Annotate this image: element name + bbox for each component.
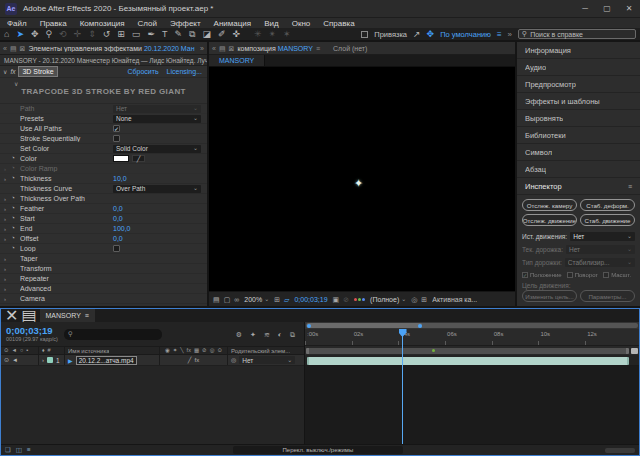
target-icon[interactable]: ◎ — [411, 296, 417, 303]
comp-marker-bin-icon[interactable] — [631, 348, 638, 354]
sidebar-panel-tab[interactable]: Предпросмотр — [517, 76, 640, 93]
effect-param-row[interactable]: › ◔ Stroke Sequentially ⌄ ╱ — [0, 134, 207, 144]
toolbar-overflow-icon[interactable]: » — [508, 30, 512, 39]
composition-mini-flowchart-icon[interactable]: ⚙ — [236, 331, 242, 338]
stopwatch-icon[interactable]: ◔ — [11, 245, 20, 252]
menu-item[interactable]: Правка — [40, 19, 67, 28]
dolly-camera-tool-icon[interactable]: ⇕ — [88, 30, 96, 39]
navigator-start-handle[interactable] — [307, 324, 311, 328]
composition-viewport[interactable]: ✦ — [209, 67, 515, 291]
home-tool-icon[interactable]: ⌂ — [4, 30, 9, 39]
main-viewer-icon[interactable]: ▢ — [224, 296, 231, 303]
puppet-pin-tool-icon[interactable]: ✜ — [232, 30, 240, 39]
layer-name-field[interactable]: 20.12.2...атча.mp4 — [76, 356, 137, 365]
effect-param-row[interactable]: › ◔ Color Ramp ⌄ ╱ — [0, 164, 207, 174]
menu-item[interactable]: Файл — [7, 19, 27, 28]
sidebar-panel-tab[interactable]: Эффекты и шаблоны — [517, 93, 640, 110]
eraser-tool-icon[interactable]: ◪ — [202, 30, 211, 39]
playhead[interactable] — [402, 329, 403, 444]
expand-inout-pane-icon[interactable]: ◫ — [16, 447, 22, 454]
track-empty-area[interactable] — [305, 366, 639, 444]
chevron-left-icon[interactable]: « — [3, 45, 7, 52]
expand-layers-pane-icon[interactable]: ❏ — [5, 447, 11, 454]
tracker-button[interactable]: Отслеж. камеру — [522, 199, 577, 211]
param-checkbox[interactable] — [113, 125, 120, 132]
effect-param-row[interactable]: › ◔ Feather 0,0⌄ 0,0 ╱ — [0, 204, 207, 214]
work-area-bar[interactable] — [305, 346, 639, 355]
color-swatch[interactable] — [113, 155, 129, 162]
param-value[interactable]: 0,0 — [113, 235, 123, 242]
expand-arrow-icon[interactable]: › — [4, 256, 11, 262]
expand-arrow-icon[interactable]: › — [4, 206, 11, 212]
tab-composition[interactable]: композиция MANSORY — [237, 45, 313, 52]
resolution-dropdown[interactable]: (Полное)⌄ — [370, 296, 406, 303]
stopwatch-icon[interactable]: ◔ — [11, 205, 20, 212]
stopwatch-icon[interactable]: ◔ — [11, 155, 20, 162]
star-tool-icon[interactable]: ✶ — [283, 30, 291, 39]
stopwatch-icon[interactable]: ◔ — [11, 165, 20, 172]
layer-quality-icon[interactable]: ╱ — [188, 357, 192, 363]
region-of-interest-icon[interactable]: ▱ — [284, 296, 289, 303]
chevron-left-icon[interactable]: « — [212, 45, 216, 52]
safe-margins-icon[interactable]: ⊞ — [274, 296, 280, 303]
zoom-tool-icon[interactable]: ⚲ — [46, 30, 53, 39]
effect-param-row[interactable]: › ◔ Offset 0,0⌄ 0,0 ╱ — [0, 234, 207, 244]
roto-brush-tool-icon[interactable]: ✐ — [218, 30, 226, 39]
expand-arrow-icon[interactable]: › — [4, 266, 11, 272]
menu-item[interactable]: Эффект — [170, 19, 201, 28]
tab-layer[interactable]: Слой (нет) — [333, 45, 367, 52]
stopwatch-icon[interactable]: ◔ — [11, 235, 20, 242]
preview-timecode[interactable]: 0;00;03;19 — [294, 296, 327, 303]
sidebar-panel-tab[interactable]: Абзац — [517, 161, 640, 178]
composition-marker[interactable] — [432, 349, 435, 352]
motion-sketch-icon[interactable]: ✥ — [427, 30, 435, 39]
layer-eye-icon[interactable]: ⊙ — [4, 357, 9, 363]
work-area-range[interactable] — [306, 348, 629, 354]
parent-pickwhip-icon[interactable]: ◎ — [231, 357, 236, 363]
param-checkbox[interactable] — [113, 135, 120, 142]
frame-blending-icon[interactable]: ≋ — [264, 331, 270, 338]
motion-blur-icon[interactable]: ◐ — [278, 331, 282, 338]
expand-render-pane-icon[interactable]: ≡ — [27, 447, 31, 454]
panel-menu-icon[interactable]: ≡ — [628, 183, 632, 190]
param-value[interactable]: 0,0 — [113, 205, 123, 212]
expand-arrow-icon[interactable]: › — [4, 286, 11, 292]
snapshot-icon[interactable]: ▣ — [333, 296, 340, 303]
hand-tool-icon[interactable]: ✥ — [31, 30, 39, 39]
type-tool-icon[interactable]: T — [162, 30, 168, 39]
menu-item[interactable]: Слой — [138, 19, 157, 28]
effect-expander-icon[interactable]: ∨ — [3, 68, 7, 75]
horizontal-scrollbar[interactable] — [605, 448, 635, 453]
mask-tool-icon[interactable]: ✳ — [254, 30, 262, 39]
effect-param-row[interactable]: › ◔ Repeater ⌄ ╱ — [0, 274, 207, 284]
tracker-button[interactable]: Стаб. деформ. — [580, 199, 635, 211]
expand-arrow-icon[interactable]: › — [4, 236, 11, 242]
layer-row[interactable]: ⊙ ◄ › 1 ▶ 20.12.2...атча.mp4 ╱ fx — [1, 355, 304, 366]
param-checkbox[interactable] — [113, 245, 120, 252]
parent-dropdown[interactable]: Нет⌄ — [239, 356, 295, 364]
workspace-selector[interactable]: По умолчанию — [440, 30, 491, 39]
param-dropdown[interactable]: Over Path⌄ — [113, 185, 201, 193]
stopwatch-icon[interactable]: ◔ — [11, 195, 20, 202]
effect-param-row[interactable]: › ◔ Thickness Over Path ⌄ ╱ — [0, 194, 207, 204]
tab-timeline-mansory[interactable]: MANSORY ≡ — [40, 309, 95, 322]
effect-param-row[interactable]: › ◔ Presets None⌄ None ╱ — [0, 114, 207, 124]
effect-param-row[interactable]: › ◔ Loop ⌄ ╱ — [0, 244, 207, 254]
tracker-button[interactable]: Стаб. движение — [580, 214, 635, 226]
expand-arrow-icon[interactable]: › — [4, 296, 11, 302]
tab-overflow-icon[interactable]: » — [200, 45, 204, 52]
lock-icon[interactable]: ⊠ — [229, 45, 235, 52]
effect-name[interactable]: 3D Stroke — [18, 66, 57, 77]
always-preview-icon[interactable]: ▤ — [213, 296, 220, 303]
magnification-dropdown[interactable]: 200%⌄ — [244, 296, 269, 303]
layer-duration-bar[interactable] — [307, 357, 629, 365]
clone-stamp-tool-icon[interactable]: ⧉ — [189, 30, 195, 39]
time-navigator[interactable] — [305, 322, 639, 329]
timeline-search-input[interactable]: ⚲ — [64, 329, 162, 340]
effect-param-row[interactable]: › ◔ Color ⌄ ╱ — [0, 154, 207, 164]
reset-effect-link[interactable]: Сбросить — [127, 68, 158, 75]
sidebar-panel-inspector[interactable]: Инспектор ≡ — [517, 178, 640, 195]
camera-tool-icon[interactable]: ⊞ — [117, 30, 125, 39]
sidebar-panel-tab[interactable]: Библиотеки — [517, 127, 640, 144]
motion-source-dropdown[interactable]: Нет⌄ — [570, 232, 635, 241]
